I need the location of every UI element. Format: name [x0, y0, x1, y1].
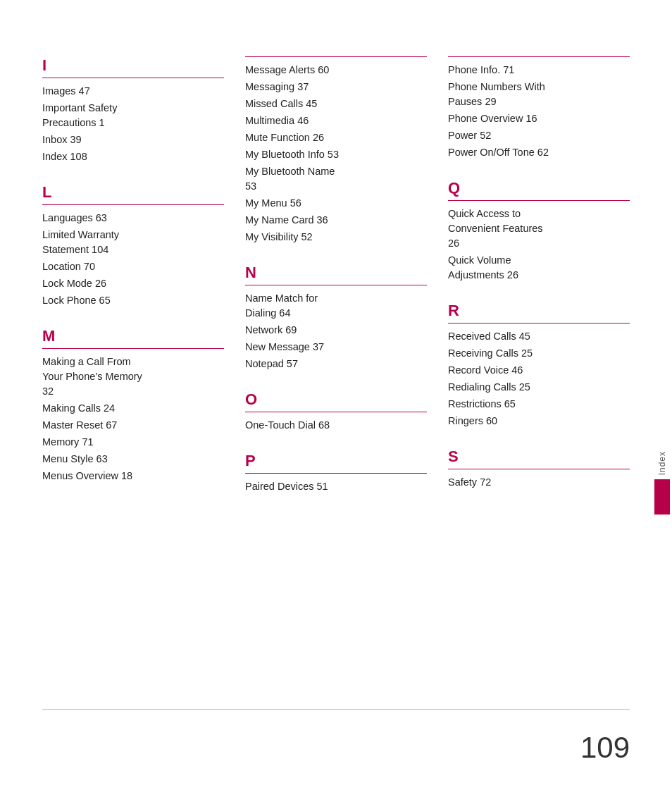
entry-2-2-1: Receiving Calls 25 [448, 346, 630, 361]
entry-0-2-1: Making Calls 24 [42, 401, 224, 416]
entry-1-1-0: Name Match for Dialing 64 [245, 291, 427, 321]
entry-1-1-1: Network 69 [245, 323, 427, 338]
entry-1-0-8: My Name Card 36 [245, 213, 427, 228]
section-divider-0-2 [42, 348, 224, 349]
entry-1-0-6: My Bluetooth Name 53 [245, 164, 427, 194]
index-columns: IImages 47Important Safety Precautions 1… [42, 56, 630, 702]
section-divider-2-3 [448, 469, 630, 469]
sidebar-tab: Index [652, 451, 672, 515]
entry-1-0-2: Missed Calls 45 [245, 97, 427, 111]
entry-1-0-0: Message Alerts 60 [245, 63, 427, 78]
entry-2-0-0: Phone Info. 71 [448, 63, 630, 78]
entry-0-0-2: Inbox 39 [42, 133, 224, 147]
section-1-3: PPaired Devices 51 [245, 452, 427, 496]
entry-2-2-3: Redialing Calls 25 [448, 380, 630, 395]
entry-1-2-0: One-Touch Dial 68 [245, 418, 427, 433]
section-1-0: Message Alerts 60Messaging 37Missed Call… [245, 56, 427, 247]
entry-2-2-4: Restrictions 65 [448, 397, 630, 412]
entry-0-2-2: Master Reset 67 [42, 418, 224, 433]
section-letter-I: I [42, 56, 224, 75]
section-divider-1-3 [245, 473, 427, 474]
section-divider-1-1 [245, 285, 427, 285]
section-2-0: Phone Info. 71Phone Numbers With Pauses … [448, 56, 630, 162]
entry-0-1-3: Lock Mode 26 [42, 276, 224, 291]
entry-0-1-0: Languages 63 [42, 211, 224, 226]
section-1-1: NName Match for Dialing 64Network 69New … [245, 264, 427, 374]
entry-1-0-3: Multimedia 46 [245, 113, 427, 128]
entry-0-1-2: Location 70 [42, 259, 224, 274]
section-1-2: OOne-Touch Dial 68 [245, 390, 427, 435]
entry-1-0-1: Messaging 37 [245, 80, 427, 94]
entry-2-2-5: Ringers 60 [448, 414, 630, 429]
entry-0-2-5: Menus Overview 18 [42, 469, 224, 483]
page-container: IImages 47Important Safety Precautions 1… [0, 0, 672, 807]
entry-0-1-4: Lock Phone 65 [42, 293, 224, 308]
column-2: Phone Info. 71Phone Numbers With Pauses … [448, 56, 630, 702]
section-letter-N: N [245, 264, 427, 282]
entry-2-0-2: Phone Overview 16 [448, 111, 630, 126]
entry-0-1-1: Limited Warranty Statement 104 [42, 228, 224, 257]
entry-2-1-1: Quick Volume Adjustments 26 [448, 253, 630, 283]
entry-0-0-1: Important Safety Precautions 1 [42, 101, 224, 130]
entry-1-0-7: My Menu 56 [245, 196, 427, 211]
entry-0-2-3: Memory 71 [42, 435, 224, 450]
section-divider-2-2 [448, 323, 630, 324]
section-2-2: RReceived Calls 45Receiving Calls 25Reco… [448, 302, 630, 431]
entry-1-3-0: Paired Devices 51 [245, 479, 427, 494]
section-divider-2-1 [448, 200, 630, 201]
entry-2-0-4: Power On/Off Tone 62 [448, 145, 630, 160]
entry-1-0-4: Mute Function 26 [245, 130, 427, 145]
entry-1-0-5: My Bluetooth Info 53 [245, 147, 427, 162]
column-0: IImages 47Important Safety Precautions 1… [42, 56, 224, 702]
section-divider-1-0 [245, 56, 427, 57]
entry-0-0-0: Images 47 [42, 84, 224, 99]
section-letter-M: M [42, 327, 224, 345]
section-divider-0-0 [42, 78, 224, 78]
entry-2-0-3: Power 52 [448, 128, 630, 143]
section-letter-S: S [448, 448, 630, 466]
column-1: Message Alerts 60Messaging 37Missed Call… [245, 56, 427, 702]
entry-1-1-3: Notepad 57 [245, 357, 427, 371]
entry-2-2-0: Received Calls 45 [448, 329, 630, 344]
entry-0-0-3: Index 108 [42, 149, 224, 164]
section-letter-O: O [245, 390, 427, 409]
section-divider-0-1 [42, 204, 224, 205]
entry-1-1-2: New Message 37 [245, 340, 427, 355]
sidebar-tab-label: Index [657, 451, 667, 475]
entry-2-3-0: Safety 72 [448, 475, 630, 490]
entry-2-0-1: Phone Numbers With Pauses 29 [448, 80, 630, 109]
section-2-1: QQuick Access to Convenient Features 26Q… [448, 179, 630, 285]
section-letter-L: L [42, 183, 224, 202]
section-0-2: MMaking a Call From Your Phone’s Memory … [42, 327, 224, 486]
entry-0-2-4: Menu Style 63 [42, 452, 224, 467]
sidebar-tab-bar [654, 479, 670, 515]
entry-1-0-9: My Visibility 52 [245, 230, 427, 245]
page-number: 109 [42, 710, 630, 765]
section-0-1: LLanguages 63Limited Warranty Statement … [42, 183, 224, 310]
entry-2-1-0: Quick Access to Convenient Features 26 [448, 207, 630, 251]
section-divider-1-2 [245, 412, 427, 412]
entry-2-2-2: Record Voice 46 [448, 363, 630, 378]
entry-0-2-0: Making a Call From Your Phone’s Memory 3… [42, 355, 224, 399]
section-letter-Q: Q [448, 179, 630, 197]
section-letter-R: R [448, 302, 630, 320]
section-2-3: SSafety 72 [448, 448, 630, 492]
section-letter-P: P [245, 452, 427, 470]
section-divider-2-0 [448, 56, 630, 57]
section-0-0: IImages 47Important Safety Precautions 1… [42, 56, 224, 166]
